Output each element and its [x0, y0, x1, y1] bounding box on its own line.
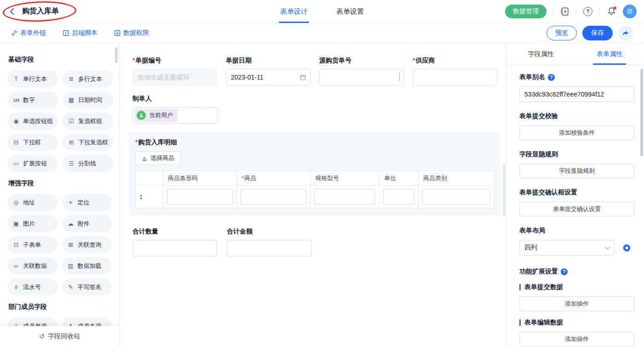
- chart-icon: ▥: [67, 262, 75, 269]
- tab-form-settings[interactable]: 表单设置: [335, 0, 365, 23]
- sidebar-item-signature[interactable]: ✎手写签名: [62, 279, 112, 296]
- share-arrow-icon: [622, 29, 629, 37]
- canvas-scrollbar[interactable]: [503, 163, 505, 216]
- add-action-button-edit[interactable]: 添加操作: [519, 332, 634, 347]
- sidebar-item-address[interactable]: ◎地址: [7, 194, 58, 211]
- sidebar-item-image[interactable]: ▣图片: [7, 215, 58, 232]
- user-avatar[interactable]: 存: [623, 5, 637, 18]
- preview-button[interactable]: 预览: [546, 26, 577, 40]
- spec-input[interactable]: [314, 189, 375, 205]
- sidebar-item-divider-line[interactable]: ☰分割线: [63, 155, 113, 172]
- doc-no-input[interactable]: [132, 69, 217, 85]
- supplier-field[interactable]: *供应商: [413, 57, 497, 85]
- product-input[interactable]: [241, 189, 306, 205]
- unit-input[interactable]: [383, 189, 414, 205]
- field-label: 制单人: [132, 95, 499, 103]
- sidebar-item-related-data[interactable]: ∞关联数据: [7, 257, 58, 274]
- accent-bar: [519, 284, 521, 290]
- sidebar-item-datetime[interactable]: ▦日期时间: [63, 91, 113, 108]
- layout-settings-gear-icon[interactable]: [619, 240, 634, 256]
- category-input[interactable]: [422, 189, 490, 205]
- sidebar-item-data-load[interactable]: ▥数据加载: [62, 257, 112, 274]
- detail-subform-panel[interactable]: *购货入库明细 选择商品 商品条形码 *商品 规格型号 单位 商品类别: [129, 132, 500, 216]
- backend-script-link[interactable]: 后端脚本: [63, 29, 98, 37]
- help-icon[interactable]: ?: [561, 268, 568, 275]
- row-index: 1: [136, 186, 163, 208]
- doc-no-field[interactable]: *单据编号: [132, 57, 217, 85]
- locate-icon: ⌖: [67, 199, 75, 206]
- current-user-tag: 当前用户: [135, 109, 178, 122]
- source-order-select[interactable]: [319, 69, 404, 85]
- sidebar-item-serial-number[interactable]: #流水号: [7, 279, 58, 296]
- sidebar-item-dropdown-multi[interactable]: ⊞下拉复选框: [63, 134, 113, 151]
- props-scrollbar[interactable]: [640, 69, 643, 156]
- sidebar-item-dropdown[interactable]: ⊟下拉框: [7, 134, 58, 151]
- related-data-icon: ∞: [12, 262, 20, 269]
- col-header-spec: 规格型号: [310, 171, 380, 186]
- total-qty-input[interactable]: [132, 240, 217, 256]
- divider-icon: ☰: [68, 160, 75, 167]
- page-title: 购货入库单: [22, 6, 59, 16]
- calendar-icon: ▦: [68, 97, 75, 103]
- doc-date-input[interactable]: [226, 69, 310, 85]
- share-button[interactable]: [618, 26, 633, 40]
- source-order-field[interactable]: 源购货单号: [319, 57, 404, 85]
- data-manage-button[interactable]: 数据管理: [505, 5, 546, 18]
- related-query-icon: ⊠: [67, 241, 75, 248]
- form-external-link[interactable]: 表单外链: [11, 29, 46, 37]
- col-header-barcode: 商品条形码: [163, 171, 237, 186]
- table-row: 1: [136, 186, 494, 208]
- total-amount-input[interactable]: [227, 240, 311, 256]
- doc-date-field[interactable]: 单据日期: [226, 57, 310, 85]
- data-permission-link[interactable]: 数据权限: [114, 29, 149, 37]
- sidebar-item-multi-line-text[interactable]: ≣多行文本: [63, 70, 113, 87]
- add-validation-button[interactable]: 添加校验条件: [519, 125, 634, 140]
- save-button[interactable]: 保存: [582, 26, 613, 40]
- layout-select[interactable]: 四列: [519, 240, 615, 256]
- number-icon: 123: [12, 98, 20, 102]
- submit-data-label: 表单提交数据: [524, 283, 563, 291]
- user-tag-icon: [137, 111, 146, 120]
- divider: [599, 8, 600, 15]
- help-icon[interactable]: ?: [582, 6, 593, 17]
- divider: [576, 8, 576, 15]
- field-label: 源购货单号: [319, 57, 351, 64]
- sidebar-item-extend-button[interactable]: ▭扩展按钮: [7, 155, 58, 172]
- total-amount-field[interactable]: 合计金额: [227, 228, 311, 256]
- help-icon[interactable]: ?: [548, 74, 555, 81]
- sidebar-item-related-query[interactable]: ⊠关联查询: [62, 236, 112, 253]
- confirm-dialog-button[interactable]: 表单提交确认设置: [519, 202, 634, 216]
- supplier-input[interactable]: [413, 69, 497, 85]
- tab-form-properties[interactable]: 表单属性: [575, 44, 644, 65]
- add-action-button-submit[interactable]: 添加操作: [519, 296, 634, 311]
- edit-data-label: 表单编辑数据: [524, 319, 563, 327]
- sidebar-item-number[interactable]: 123数字: [7, 91, 58, 108]
- divider: [552, 8, 553, 15]
- total-qty-field[interactable]: 合计数量: [132, 228, 217, 256]
- form-alias-input[interactable]: [519, 86, 634, 102]
- sidebar-item-checkbox-group[interactable]: ☑复选框组: [63, 113, 113, 130]
- tab-form-design[interactable]: 表单设计: [279, 0, 309, 23]
- serial-icon: #: [12, 284, 20, 290]
- sidebar-item-subform[interactable]: ⊡子表单: [7, 236, 58, 253]
- sidebar-item-location[interactable]: ⌖定位: [62, 194, 112, 211]
- notification-bell-icon[interactable]: [606, 6, 617, 17]
- confirm-dialog-label: 表单提交确认框设置: [519, 188, 634, 197]
- creator-value-box[interactable]: 当前用户: [132, 107, 218, 124]
- field-label: 合计金额: [227, 228, 311, 236]
- back-icon[interactable]: [7, 6, 17, 17]
- sidebar-item-attachment[interactable]: ☁附件: [62, 215, 112, 232]
- visibility-rules-button[interactable]: 字段显隐规则: [519, 164, 634, 178]
- detail-table: 商品条形码 *商品 规格型号 单位 商品类别 1: [135, 171, 494, 208]
- accent-bar: [519, 319, 521, 326]
- barcode-input[interactable]: [167, 189, 233, 205]
- select-product-button[interactable]: 选择商品: [135, 151, 181, 165]
- tab-field-properties[interactable]: 字段属性: [506, 44, 575, 65]
- field-recycle-bin[interactable]: ↺ 字段回收站: [0, 326, 119, 347]
- sidebar-item-single-line-text[interactable]: T单行文本: [7, 70, 58, 87]
- sidebar-scrollbar[interactable]: [115, 47, 118, 63]
- address-book-icon[interactable]: A: [559, 6, 570, 17]
- creator-field[interactable]: 制单人 当前用户: [132, 95, 499, 124]
- text-icon: T: [12, 75, 20, 82]
- sidebar-item-radio-group[interactable]: ◉单选按钮组: [7, 113, 58, 130]
